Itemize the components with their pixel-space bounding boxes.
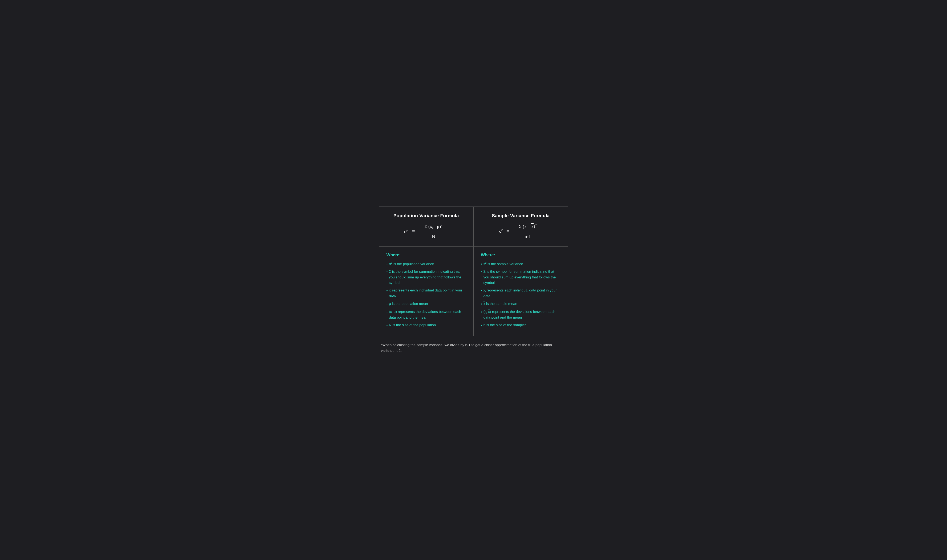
list-item: • (xi-x) represents the deviations betwe… [481, 309, 561, 320]
population-symbol: σ2 [404, 228, 408, 234]
bullet-dot: • [386, 288, 388, 293]
sample-formula-display: s2 = Σ (xi - x)2 n-1 [482, 223, 560, 239]
sample-bullet-list: • s2 is the sample variance • Σ is the s… [481, 261, 561, 328]
list-item: • n is the size of the sample* [481, 322, 561, 328]
variance-table: Population Variance Formula σ2 = Σ (xi -… [379, 206, 568, 336]
list-item-text: x is the sample mean [483, 301, 517, 306]
population-where-cell: Where: • σ2 is the population variance •… [379, 247, 474, 335]
bullet-dot: • [386, 323, 388, 328]
list-item: • μ is the population mean [386, 301, 466, 307]
bullet-dot: • [481, 323, 482, 328]
list-item: • Σ is the symbol for summation indicati… [481, 269, 561, 286]
sample-numerator: Σ (xi - x)2 [519, 223, 536, 231]
population-formula-display: σ2 = Σ (xi - μ)2 N [388, 223, 465, 239]
sample-formula-cell: Sample Variance Formula s2 = Σ (xi - x)2… [474, 207, 568, 246]
list-item-text: xi represents each individual data point… [389, 288, 466, 299]
list-item-text: xi represents each individual data point… [483, 288, 561, 299]
bullet-dot: • [386, 302, 388, 307]
population-fraction-line [419, 232, 448, 232]
footnote: *When calculating the sample variance, w… [379, 342, 568, 354]
list-item: • N is the size of the population [386, 322, 466, 328]
formula-row: Population Variance Formula σ2 = Σ (xi -… [379, 207, 568, 247]
bullet-dot: • [481, 302, 482, 307]
list-item: • σ2 is the population variance [386, 261, 466, 267]
population-numerator: Σ (xi - μ)2 [424, 223, 442, 231]
sample-where-cell: Where: • s2 is the sample variance • Σ i… [474, 247, 568, 335]
population-where-label: Where: [386, 252, 466, 257]
bullet-dot: • [386, 269, 388, 275]
list-item: • (xi-μ) represents the deviations betwe… [386, 309, 466, 320]
sample-symbol: s2 [499, 228, 503, 234]
population-denominator: N [432, 233, 435, 239]
list-item-text: Σ is the symbol for summation indicating… [389, 269, 466, 286]
sample-equals: = [507, 228, 510, 234]
where-row: Where: • σ2 is the population variance •… [379, 247, 568, 335]
bullet-dot: • [481, 269, 482, 275]
list-item-text: (xi-x) represents the deviations between… [483, 309, 561, 320]
sample-title: Sample Variance Formula [482, 213, 560, 218]
list-item: • Σ is the symbol for summation indicati… [386, 269, 466, 286]
list-item-text: n is the size of the sample* [483, 322, 526, 328]
list-item-text: μ is the population mean [389, 301, 428, 306]
list-item-text: Σ is the symbol for summation indicating… [483, 269, 561, 286]
population-title: Population Variance Formula [388, 213, 465, 218]
bullet-dot: • [481, 262, 482, 267]
main-container: Population Variance Formula σ2 = Σ (xi -… [379, 206, 568, 354]
list-item: • x is the sample mean [481, 301, 561, 307]
population-bullet-list: • σ2 is the population variance • Σ is t… [386, 261, 466, 328]
list-item-text: (xi-μ) represents the deviations between… [389, 309, 466, 320]
sample-fraction-line [513, 232, 542, 232]
list-item: • xi represents each individual data poi… [386, 288, 466, 299]
list-item-text: s2 is the sample variance [483, 261, 523, 267]
sample-where-label: Where: [481, 252, 561, 257]
bullet-dot: • [481, 309, 482, 315]
sample-fraction: Σ (xi - x)2 n-1 [513, 223, 542, 239]
list-item: • xi represents each individual data poi… [481, 288, 561, 299]
population-formula-cell: Population Variance Formula σ2 = Σ (xi -… [379, 207, 474, 246]
list-item-text: σ2 is the population variance [389, 261, 434, 267]
bullet-dot: • [386, 309, 388, 315]
population-fraction: Σ (xi - μ)2 N [419, 223, 448, 239]
bullet-dot: • [386, 262, 388, 267]
population-equals: = [412, 228, 415, 234]
list-item-text: N is the size of the population [389, 322, 436, 328]
list-item: • s2 is the sample variance [481, 261, 561, 267]
bullet-dot: • [481, 288, 482, 293]
sample-denominator: n-1 [525, 233, 531, 239]
